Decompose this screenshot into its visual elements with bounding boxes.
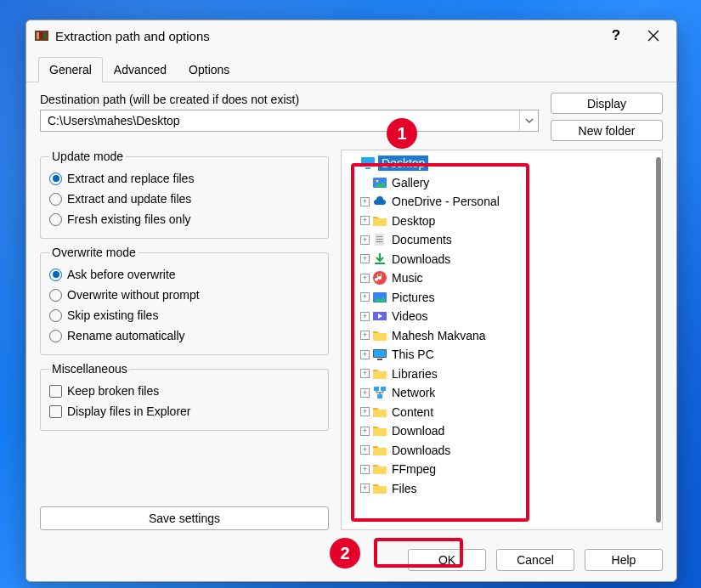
svg-rect-26: [373, 428, 387, 436]
radio-ask-overwrite[interactable]: Ask before overwrite: [49, 264, 319, 285]
svg-rect-11: [376, 239, 382, 240]
expand-icon[interactable]: +: [360, 407, 370, 416]
svg-rect-8: [373, 218, 387, 226]
tab-options[interactable]: Options: [178, 57, 240, 82]
close-button[interactable]: [637, 24, 670, 48]
expand-icon[interactable]: +: [360, 312, 370, 321]
overwrite-mode-legend: Overwrite mode: [49, 246, 139, 259]
tree-item[interactable]: +Libraries: [343, 365, 660, 384]
expand-icon[interactable]: +: [360, 465, 370, 474]
videos-icon: [372, 308, 387, 324]
tree-item[interactable]: +Files: [343, 479, 660, 499]
radio-rename-auto[interactable]: Rename automatically: [49, 325, 319, 346]
radio-icon: [49, 269, 62, 281]
tree-item[interactable]: +Downloads: [343, 250, 660, 269]
svg-rect-25: [373, 410, 387, 417]
checkbox-icon: [49, 405, 62, 418]
tree-item[interactable]: +Content: [343, 403, 660, 422]
tree-label: Content: [390, 404, 435, 420]
network-icon: [372, 385, 387, 400]
folder-tree[interactable]: DesktopGallery+OneDrive - Personal+Deskt…: [341, 150, 663, 530]
folder-icon: [372, 423, 387, 438]
tree-item[interactable]: +Desktop: [343, 212, 660, 231]
titlebar: Extraction path and options ?: [26, 20, 676, 51]
tree-item[interactable]: +Network: [343, 383, 660, 403]
radio-icon: [49, 193, 62, 206]
gallery-icon: [372, 175, 387, 190]
expand-icon[interactable]: +: [360, 274, 370, 283]
expand-icon[interactable]: +: [360, 350, 370, 359]
folder-icon: [372, 366, 387, 382]
tab-advanced[interactable]: Advanced: [103, 57, 178, 82]
tab-content: Destination path (will be created if doe…: [26, 82, 676, 539]
expand-icon[interactable]: +: [360, 483, 370, 493]
destination-dropdown[interactable]: [519, 110, 538, 131]
document-icon: [372, 232, 387, 247]
expand-icon[interactable]: +: [360, 235, 370, 245]
check-display-explorer[interactable]: Display files in Explorer: [49, 401, 319, 421]
expand-icon[interactable]: +: [360, 369, 370, 378]
check-keep-broken[interactable]: Keep broken files: [49, 381, 319, 401]
expand-icon[interactable]: +: [360, 254, 370, 263]
svg-rect-13: [375, 263, 385, 264]
radio-icon: [49, 213, 62, 226]
tree-item[interactable]: +OneDrive - Personal: [343, 192, 660, 212]
expand-icon[interactable]: +: [360, 445, 370, 455]
folder-icon: [372, 443, 387, 458]
checkbox-icon: [49, 385, 62, 398]
save-settings-button[interactable]: Save settings: [40, 506, 329, 530]
svg-rect-4: [361, 157, 375, 167]
tree-label: Gallery: [390, 175, 431, 190]
tree-item[interactable]: +Music: [343, 269, 660, 288]
misc-group: Miscellaneous Keep broken files Display …: [40, 362, 329, 431]
ok-button[interactable]: OK: [408, 549, 486, 571]
folder-icon: [372, 328, 387, 343]
tree-item[interactable]: Gallery: [343, 173, 660, 193]
tree-item[interactable]: +Mahesh Makvana: [343, 326, 660, 346]
radio-extract-replace[interactable]: Extract and replace files: [49, 168, 319, 189]
tree-item[interactable]: +FFmpeg: [343, 460, 660, 479]
tab-general[interactable]: General: [38, 57, 103, 82]
expand-icon[interactable]: +: [360, 197, 370, 206]
svg-point-7: [376, 179, 379, 182]
svg-rect-29: [373, 486, 387, 494]
expand-icon[interactable]: +: [360, 427, 370, 436]
destination-input[interactable]: [41, 114, 519, 127]
expand-icon[interactable]: +: [360, 331, 370, 340]
tree-scrollbar[interactable]: [656, 157, 661, 523]
tree-label: This PC: [390, 347, 436, 362]
tree-item[interactable]: +Downloads: [343, 441, 660, 461]
radio-fresh-existing[interactable]: Fresh existing files only: [49, 209, 319, 229]
svg-rect-3: [43, 32, 46, 39]
radio-overwrite-noprompt[interactable]: Overwrite without prompt: [49, 285, 319, 305]
new-folder-button[interactable]: New folder: [551, 120, 663, 141]
tree-item[interactable]: +Videos: [343, 307, 660, 326]
pictures-icon: [372, 290, 387, 305]
tree-item[interactable]: Desktop: [343, 154, 660, 173]
svg-rect-23: [381, 387, 386, 391]
tree-label: Download: [390, 423, 446, 438]
expand-icon[interactable]: +: [360, 388, 370, 398]
radio-skip-existing[interactable]: Skip existing files: [49, 305, 319, 325]
display-button[interactable]: Display: [551, 93, 663, 114]
folder-icon: [372, 481, 387, 496]
cancel-button[interactable]: Cancel: [496, 549, 574, 571]
radio-extract-update[interactable]: Extract and update files: [49, 189, 319, 209]
svg-rect-2: [40, 32, 42, 39]
tree-item[interactable]: +Download: [343, 421, 660, 441]
help-icon[interactable]: ?: [600, 24, 632, 48]
folder-icon: [372, 404, 387, 420]
expand-icon[interactable]: +: [360, 292, 370, 302]
tree-item[interactable]: +This PC: [343, 345, 660, 365]
app-icon: [35, 29, 48, 42]
tree-item[interactable]: +Documents: [343, 230, 660, 250]
tree-label: Files: [390, 481, 419, 496]
svg-rect-21: [373, 371, 387, 379]
tree-item[interactable]: +Pictures: [343, 288, 660, 308]
destination-combo[interactable]: [40, 110, 539, 132]
radio-icon: [49, 172, 62, 185]
help-button[interactable]: Help: [585, 549, 663, 571]
tree-label: Network: [390, 385, 437, 400]
expand-icon[interactable]: +: [360, 216, 370, 225]
radio-icon: [49, 289, 62, 302]
